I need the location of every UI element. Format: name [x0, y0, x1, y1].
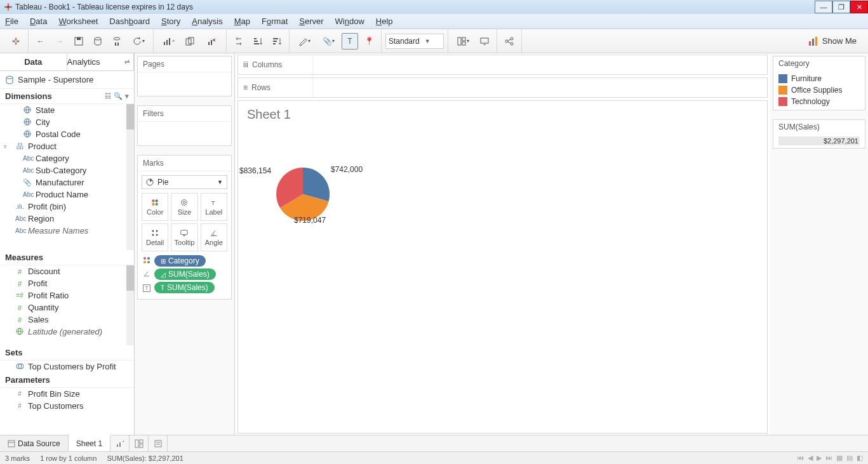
presentation-mode-button[interactable] — [476, 33, 493, 50]
field-top-customers-by-profit[interactable]: Top Customers by Profit — [0, 361, 134, 373]
field-quantity[interactable]: #Quantity — [0, 302, 134, 314]
marks-detail-button[interactable]: Detail — [142, 223, 168, 251]
pages-shelf[interactable] — [138, 72, 231, 80]
swap-rows-columns-button[interactable] — [230, 33, 247, 50]
view-filmstrip-icon[interactable]: ◧ — [857, 454, 863, 462]
field-measure-names[interactable]: AbcMeasure Names — [0, 225, 134, 237]
datasource-tab-icon — [8, 440, 15, 447]
menu-dashboard[interactable]: Dashboard — [109, 17, 150, 26]
clear-sheet-button[interactable] — [201, 33, 222, 50]
minimize-button[interactable]: — — [815, 1, 832, 13]
data-source-tab[interactable]: Data Source — [0, 435, 69, 451]
field-product-name[interactable]: AbcProduct Name — [0, 189, 134, 201]
show-me-button[interactable]: Show Me — [801, 36, 864, 46]
field-latitude-generated-[interactable]: Latitude (generated) — [0, 326, 134, 338]
sort-asc-button[interactable] — [250, 33, 266, 50]
marks-label-button[interactable]: TLabel — [201, 193, 227, 221]
menu-data[interactable]: Data — [30, 17, 47, 26]
field-postal-code[interactable]: Postal Code — [0, 128, 134, 140]
rows-shelf[interactable]: ≡ Rows — [237, 77, 768, 98]
new-worksheet-button[interactable]: + — [157, 33, 179, 50]
columns-shelf[interactable]: iii Columns — [237, 55, 768, 75]
new-datasource-button[interactable] — [90, 33, 106, 50]
highlight-button[interactable]: ▾ — [293, 33, 315, 50]
maximize-button[interactable]: ❐ — [832, 1, 850, 13]
field-region[interactable]: AbcRegion — [0, 213, 134, 225]
field-category[interactable]: AbcCategory — [0, 152, 134, 164]
sheet-tab[interactable]: Sheet 1 — [69, 435, 110, 451]
field-sales[interactable]: #Sales — [0, 314, 134, 326]
field-top-customers[interactable]: #Top Customers — [0, 400, 134, 412]
new-dashboard-tab[interactable] — [130, 435, 149, 451]
datasource-item[interactable]: Sample - Superstore — [0, 71, 134, 89]
show-mark-labels-button[interactable]: T — [342, 33, 358, 50]
filters-shelf[interactable] — [138, 122, 231, 129]
sheet-title[interactable]: Sheet 1 — [238, 101, 767, 128]
marks-type-dropdown[interactable]: Pie ▼ — [142, 175, 227, 189]
group-button[interactable]: 📎▾ — [317, 33, 339, 50]
analytics-tab[interactable]: Analytics⇄ — [67, 53, 135, 70]
pin-button[interactable]: 📍 — [361, 33, 377, 50]
view-list-icon[interactable]: ▤ — [846, 454, 853, 462]
field-label: Top Customers by Profit — [28, 362, 116, 371]
field-city[interactable]: City — [0, 116, 134, 128]
redo-button[interactable]: → — [51, 33, 68, 50]
legend-item-furniture[interactable]: Furniture — [778, 73, 860, 84]
menu-worksheet[interactable]: Worksheet — [58, 17, 98, 26]
pause-auto-updates-button[interactable] — [109, 33, 125, 50]
field-manufacturer[interactable]: 📎Manufacturer — [0, 176, 134, 189]
menu-window[interactable]: Window — [335, 17, 364, 26]
data-tab[interactable]: Data — [0, 53, 67, 70]
field-profit-bin-[interactable]: .ılı.Profit (bin) — [0, 201, 134, 213]
svg-point-63 — [182, 200, 187, 206]
field-discount[interactable]: #Discount — [0, 265, 134, 277]
nav-next-icon[interactable]: ▶ — [817, 454, 822, 462]
view-grid-icon[interactable]: ▦ — [836, 454, 843, 462]
field-profit-bin-size[interactable]: #Profit Bin Size — [0, 388, 134, 400]
marks-angle-button[interactable]: Angle — [201, 223, 227, 251]
menu-story[interactable]: Story — [161, 17, 180, 26]
menu-server[interactable]: Server — [299, 17, 323, 26]
refresh-button[interactable]: ▾ — [128, 33, 149, 50]
menu-map[interactable]: Map — [234, 17, 250, 26]
search-icon[interactable]: 🔍 — [114, 92, 123, 100]
label-slot-icon: T — [142, 283, 152, 292]
marks-size-button[interactable]: Size — [171, 193, 197, 221]
field-profit-ratio[interactable]: =#Profit Ratio — [0, 289, 134, 302]
save-button[interactable] — [70, 33, 87, 50]
field-state[interactable]: State — [0, 104, 134, 116]
menu-help[interactable]: Help — [376, 17, 393, 26]
fit-dropdown[interactable]: Standard ▼ — [385, 34, 444, 49]
new-worksheet-tab[interactable]: + — [110, 435, 130, 451]
duplicate-sheet-button[interactable] — [182, 33, 198, 50]
legend-item-office-supplies[interactable]: Office Supplies — [778, 84, 860, 96]
tableau-home-button[interactable] — [8, 33, 24, 50]
show-hide-cards-button[interactable]: ▾ — [452, 33, 474, 50]
menu-file[interactable]: File — [5, 17, 18, 26]
field-sub-category[interactable]: AbcSub-Category — [0, 164, 134, 176]
menu-format[interactable]: Format — [262, 17, 288, 26]
field-profit[interactable]: #Profit — [0, 277, 134, 289]
menu-analysis[interactable]: Analysis — [192, 17, 222, 26]
new-story-tab[interactable] — [149, 435, 168, 451]
pie-chart[interactable] — [276, 168, 330, 221]
nav-first-icon[interactable]: ⏮ — [797, 454, 804, 462]
visualization[interactable]: $742,000 $719,047 $836,154 — [238, 128, 767, 433]
nav-prev-icon[interactable]: ◀ — [808, 454, 813, 462]
pill-sum-sales-[interactable]: ◿SUM(Sales) — [154, 268, 216, 280]
undo-button[interactable]: ← — [32, 33, 49, 50]
pill-sum-sales-[interactable]: TSUM(Sales) — [154, 282, 215, 293]
sort-desc-button[interactable] — [269, 33, 285, 50]
legend-item-technology[interactable]: Technology — [778, 96, 860, 107]
close-button[interactable]: ✕ — [850, 1, 868, 13]
menu-caret-icon[interactable]: ▾ — [125, 92, 129, 100]
nav-last-icon[interactable]: ⏭ — [825, 454, 832, 462]
svg-rect-16 — [166, 40, 168, 45]
marks-color-button[interactable]: Color — [142, 193, 168, 221]
svg-rect-25 — [254, 41, 258, 42]
share-button[interactable] — [501, 33, 517, 50]
pill-category[interactable]: ⊞Category — [154, 255, 206, 267]
view-toggle-icon[interactable]: ☷ — [105, 92, 111, 100]
field-product[interactable]: ▿品Product — [0, 140, 134, 152]
marks-tooltip-button[interactable]: Tooltip — [171, 223, 197, 251]
